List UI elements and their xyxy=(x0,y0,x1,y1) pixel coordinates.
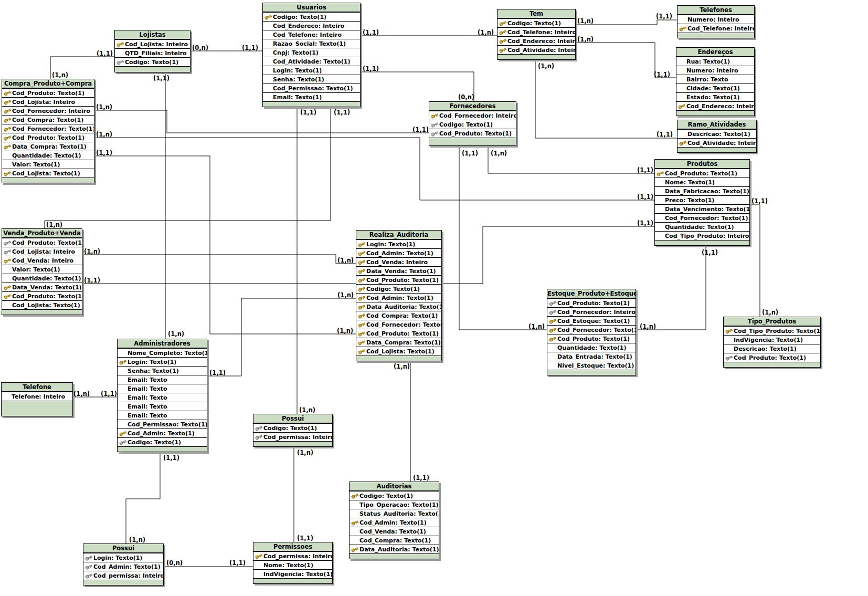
field-row: Data_Venda: Texto(1) xyxy=(2,283,82,292)
field-row: Cod_Telefone: Inteiro xyxy=(263,30,360,39)
field-label: Rua: Texto(1) xyxy=(686,58,730,66)
field-label: Cod_Estoque: Texto(1) xyxy=(557,317,630,325)
field-label: Cod_Fornecedor: Inteiro xyxy=(439,112,516,120)
key-slot xyxy=(255,553,263,559)
entity-footer xyxy=(547,370,636,375)
field-label: Codigo: Texto(1) xyxy=(263,424,317,432)
key-slot-empty xyxy=(119,413,128,418)
field-row: Quantidade: Texto(1) xyxy=(655,223,749,232)
entity-estoque_produto_estoque[interactable]: Estoque_Produto+EstoqueCod_Produto: Text… xyxy=(547,289,636,375)
key-slot xyxy=(4,249,12,254)
field-label: Cod_Endereco: Inteiro xyxy=(273,22,344,30)
entity-ramo_atividades[interactable]: Ramo_AtividadesDescricao: Texto(1)Cod_At… xyxy=(677,120,757,153)
field-row: Cod_Fornecedor: Texto(1) xyxy=(547,326,636,334)
cardinality-label: (1,n) xyxy=(52,72,68,78)
key-slot-empty xyxy=(351,511,359,516)
key-slot-empty xyxy=(255,571,263,577)
cardinality-label: (1,1) xyxy=(657,131,673,138)
entity-produtos[interactable]: ProdutosCod_Produto: Texto(1)Nome: Texto… xyxy=(654,159,750,246)
entity-title: Ramo_Atividades xyxy=(678,120,756,130)
entity-title: Tipo_Produtos xyxy=(724,317,820,327)
field-row: Cod_Admin: Texto(1) xyxy=(118,429,207,438)
entity-footer xyxy=(263,102,360,107)
field-label: Cod_Telefone: Inteiro xyxy=(507,28,575,36)
field-row: Cod_Produto: Texto(1) xyxy=(356,276,441,285)
field-label: Login: Texto(1) xyxy=(273,67,322,75)
field-label: IndVigencia: Texto(1) xyxy=(734,336,803,344)
field-label: Numero: Inteiro xyxy=(686,67,738,75)
cardinality-label: (1,n) xyxy=(337,292,354,298)
field-label: Cod_permissa: Inteiro xyxy=(263,552,332,560)
field-row: Cod_Venda: Inteiro xyxy=(356,258,441,267)
primary-key-icon xyxy=(3,170,12,177)
entity-title: Telefone xyxy=(2,383,72,392)
cardinality-label: (1,n) xyxy=(297,449,313,456)
cardinality-label: (1,n) xyxy=(337,328,353,334)
field-label: Nome: Texto(1) xyxy=(263,561,313,569)
entity-enderecos[interactable]: EndereçosRua: Texto(1)Numero: InteiroBai… xyxy=(676,47,755,116)
cardinality-label: (1,1) xyxy=(297,535,313,541)
key-slot xyxy=(358,259,366,265)
entity-usuarios[interactable]: UsuariosCodigo: Texto(1)Cod_Endereco: In… xyxy=(262,3,361,107)
entity-title: Lojistas xyxy=(115,30,190,40)
cardinality-label: (1,1) xyxy=(153,75,170,81)
field-label: Valor: Texto(1) xyxy=(12,266,60,274)
foreign-key-icon xyxy=(84,572,93,580)
field-label: Cod_Compra: Texto(1) xyxy=(366,312,438,320)
field-row: Razao_Social: Texto(1) xyxy=(263,39,360,48)
entity-compra_produto_compra[interactable]: Compra_Produto+CompraCod_Produto: Texto(… xyxy=(2,79,94,183)
key-slot-empty xyxy=(264,59,273,64)
entity-lojistas[interactable]: LojistasCod_Lojista: InteiroQTD_Filiais:… xyxy=(114,30,190,72)
key-slot xyxy=(725,355,734,360)
field-label: Email: Texto xyxy=(128,376,167,384)
entity-auditorias[interactable]: AuditoriasCodigo: Texto(1)Tipo_Operacao:… xyxy=(349,482,439,559)
entity-possui_usuario[interactable]: PossuiCodigo: Texto(1)Cod_permissa: Inte… xyxy=(253,414,333,447)
er-diagram-canvas: (0,n)(1,1)(1,1)(1,n)(1,1)(1,n)(1,1)(0,n)… xyxy=(0,0,868,596)
field-row: Cod_Lojista: Inteiro xyxy=(115,40,190,49)
key-slot-empty xyxy=(119,368,128,373)
cardinality-label: (1,1) xyxy=(101,391,117,397)
field-row: Nome_Completo: Texto(1) xyxy=(118,349,207,358)
entity-telefone[interactable]: TelefoneTelefone: Inteiro xyxy=(1,382,73,416)
entity-administradores[interactable]: AdministradoresNome_Completo: Texto(1)Lo… xyxy=(117,339,207,452)
entity-tem[interactable]: TemCodigo: Texto(1)Cod_Telefone: Inteiro… xyxy=(497,9,576,60)
entity-fornecedores[interactable]: FornecedoresCod_Fornecedor: InteiroCodig… xyxy=(429,101,516,146)
entity-title: Venda_Produto+Venda xyxy=(2,229,82,238)
entity-title: Endereços xyxy=(676,48,754,57)
entity-realiza_auditoria[interactable]: Realiza_AuditoriaLogin: Texto(1)Cod_Admi… xyxy=(356,230,442,361)
field-label: Login: Texto(1) xyxy=(93,554,142,562)
field-label: Estado: Texto(1) xyxy=(686,93,740,101)
primary-key-icon xyxy=(357,339,366,347)
field-label: Cod_Tipo_Produto: Texto(1) xyxy=(734,327,820,335)
field-row: Telefone: Inteiro xyxy=(2,392,72,401)
field-row: Descricao: Texto(1) xyxy=(724,344,820,353)
field-row: Cod_Atividade: Inteiro xyxy=(497,46,575,55)
key-slot xyxy=(4,108,12,113)
key-slot xyxy=(85,573,93,578)
key-slot xyxy=(549,336,557,341)
foreign-key-icon xyxy=(548,299,557,307)
field-row: Cod_Lojista: Inteiro xyxy=(2,247,82,256)
entity-possui_admin[interactable]: PossuiLogin: Texto(1)Cod_Admin: Texto(1)… xyxy=(83,543,164,585)
entity-tipo_produtos[interactable]: Tipo_ProdutosCod_Tipo_Produto: Texto(1)I… xyxy=(723,317,821,368)
field-label: Codigo: Texto(1) xyxy=(125,58,178,66)
field-label: Email: Texto xyxy=(128,412,167,420)
field-row: Cod_Produto: Texto(1) xyxy=(2,292,82,301)
field-label: Cod_Compra: Texto(1) xyxy=(359,537,431,545)
entity-footer xyxy=(253,579,332,583)
entity-title: Tem xyxy=(497,9,575,19)
primary-key-icon xyxy=(430,112,439,120)
key-slot xyxy=(499,38,507,44)
field-row: Data_Entrada: Texto(1) xyxy=(547,352,636,361)
entity-telefones[interactable]: TelefonesNumero: InteiroCod_Telefone: In… xyxy=(677,5,755,38)
field-row: Cod_Lojista: Texto(1) xyxy=(356,347,441,356)
cardinality-label: (1,1) xyxy=(751,198,768,204)
entity-permissoes[interactable]: PermissoesCod_permissa: InteiroNome: Tex… xyxy=(253,542,333,584)
field-label: Nivel_Estoque: Texto(1) xyxy=(557,362,634,370)
primary-key-icon xyxy=(3,125,12,133)
primary-key-icon xyxy=(499,28,507,36)
entity-venda_produto_venda[interactable]: Venda_Produto+VendaCod_Produto: Texto(1)… xyxy=(2,228,82,315)
field-label: Descricao: Texto(1) xyxy=(734,345,797,353)
field-label: Cod_Fornecedor: Inteiro xyxy=(12,107,90,115)
field-label: Cod_Atividade: Inteiro xyxy=(687,139,756,147)
